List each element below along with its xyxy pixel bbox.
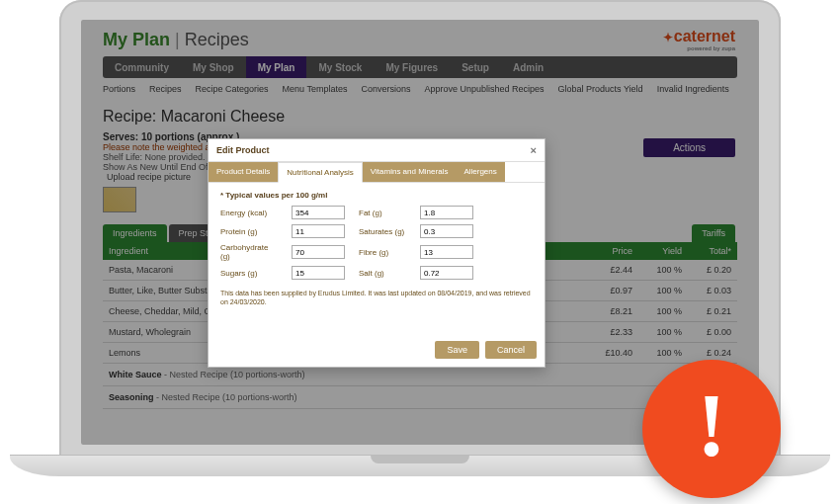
saturates-label: Saturates (g) bbox=[359, 227, 408, 236]
actions-button[interactable]: Actions bbox=[643, 138, 735, 157]
alert-badge: ! bbox=[642, 360, 781, 498]
sub-nav: Portions Recipes Recipe Categories Menu … bbox=[103, 78, 737, 104]
edit-product-modal: Edit Product × Product Details Nutrition… bbox=[208, 138, 546, 368]
modal-actions: Save Cancel bbox=[435, 341, 537, 359]
tab-vitamins-minerals[interactable]: Vitamins and Minerals bbox=[363, 162, 457, 182]
subnav-item[interactable]: Menu Templates bbox=[283, 84, 348, 94]
tab-product-details[interactable]: Product Details bbox=[209, 162, 278, 182]
nav-setup[interactable]: Setup bbox=[450, 56, 501, 78]
col-total: Total* bbox=[682, 246, 731, 256]
nutrition-fields: Energy (kcal) Fat (g) Protein (g) Satura… bbox=[220, 206, 533, 280]
modal-header: Edit Product × bbox=[209, 139, 545, 162]
subnav-item[interactable]: Approve Unpublished Recipes bbox=[425, 84, 545, 94]
salt-label: Salt (g) bbox=[359, 269, 408, 278]
sugars-input[interactable] bbox=[292, 266, 345, 280]
typical-values-note: * Typical values per 100 g/ml bbox=[220, 191, 533, 200]
subnav-item[interactable]: Portions bbox=[103, 84, 135, 94]
col-yield: Yield bbox=[632, 246, 682, 256]
saturates-input[interactable] bbox=[420, 224, 473, 238]
top-nav: Community My Shop My Plan My Stock My Fi… bbox=[103, 56, 737, 78]
upload-label[interactable]: Upload recipe picture bbox=[107, 172, 191, 182]
subnav-item[interactable]: Global Products Yield bbox=[558, 84, 643, 94]
breadcrumb-root[interactable]: My Plan bbox=[103, 30, 170, 49]
cancel-button[interactable]: Cancel bbox=[485, 341, 537, 359]
brand-sub: powered by zupa bbox=[663, 45, 735, 51]
salt-input[interactable] bbox=[420, 266, 473, 280]
sugars-label: Sugars (g) bbox=[220, 269, 280, 278]
modal-tabs: Product Details Nutritional Analysis Vit… bbox=[209, 162, 545, 183]
tab-tariffs[interactable]: Tariffs bbox=[692, 224, 735, 242]
fibre-label: Fibre (g) bbox=[359, 248, 408, 257]
nav-community[interactable]: Community bbox=[103, 56, 181, 78]
carb-label: Carbohydrate (g) bbox=[220, 243, 280, 261]
breadcrumb: My Plan | Recipes bbox=[103, 30, 737, 50]
nav-my-figures[interactable]: My Figures bbox=[374, 56, 450, 78]
nav-admin[interactable]: Admin bbox=[501, 56, 555, 78]
exclamation-icon: ! bbox=[697, 381, 726, 470]
nav-my-plan[interactable]: My Plan bbox=[246, 56, 307, 78]
screen: ✦caternet powered by zupa My Plan | Reci… bbox=[81, 20, 759, 445]
save-button[interactable]: Save bbox=[435, 341, 479, 359]
energy-input[interactable] bbox=[292, 206, 345, 219]
star-icon: ✦ bbox=[663, 31, 673, 44]
data-disclaimer: This data has been supplied by Erudus Li… bbox=[220, 289, 533, 306]
protein-label: Protein (g) bbox=[220, 227, 280, 236]
modal-body: * Typical values per 100 g/ml Energy (kc… bbox=[209, 183, 545, 314]
close-icon[interactable]: × bbox=[531, 144, 537, 156]
energy-label: Energy (kcal) bbox=[220, 209, 280, 217]
breadcrumb-leaf: Recipes bbox=[185, 30, 249, 49]
tab-allergens[interactable]: Allergens bbox=[456, 162, 504, 182]
fat-label: Fat (g) bbox=[359, 209, 408, 217]
tab-ingredients[interactable]: Ingredients bbox=[103, 224, 167, 242]
fibre-input[interactable] bbox=[420, 245, 473, 259]
col-price: Price bbox=[583, 246, 632, 256]
nav-my-stock[interactable]: My Stock bbox=[306, 56, 374, 78]
page-title: Recipe: Macaroni Cheese bbox=[103, 108, 737, 126]
protein-input[interactable] bbox=[292, 224, 345, 238]
brand-logo: ✦caternet powered by zupa bbox=[663, 28, 735, 51]
laptop-notch bbox=[371, 456, 469, 463]
tab-nutritional-analysis[interactable]: Nutritional Analysis bbox=[278, 162, 363, 183]
subnav-item[interactable]: Invalid Ingredients bbox=[657, 84, 729, 94]
nav-my-shop[interactable]: My Shop bbox=[181, 56, 246, 78]
subnav-item[interactable]: Recipe Categories bbox=[196, 84, 269, 94]
modal-title: Edit Product bbox=[216, 145, 270, 155]
nested-recipe[interactable]: Seasoning - Nested Recipe (10 portions-w… bbox=[103, 386, 737, 409]
subnav-item[interactable]: Recipes bbox=[149, 84, 182, 94]
carb-input[interactable] bbox=[292, 245, 345, 259]
subnav-item[interactable]: Conversions bbox=[361, 84, 410, 94]
fat-input[interactable] bbox=[420, 206, 473, 219]
recipe-thumbnail[interactable] bbox=[103, 187, 136, 212]
